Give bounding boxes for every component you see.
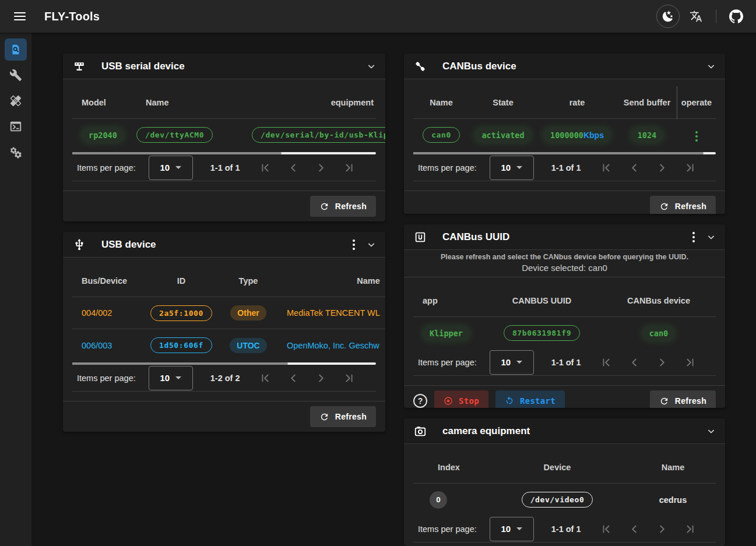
first-page-button[interactable] xyxy=(600,523,613,536)
canbus-uuid-card: CANBus UUID Please refresh and select th… xyxy=(404,224,725,408)
main-content: USB serial device Model Name equipment r… xyxy=(31,33,756,546)
chevron-down-icon[interactable] xyxy=(365,239,377,251)
chevron-down-icon[interactable] xyxy=(705,231,717,243)
next-page-button[interactable] xyxy=(315,372,328,385)
device-selected-text: Device selected: can0 xyxy=(410,263,719,273)
table-header-row: Name State rate Send buffer operate xyxy=(413,86,716,119)
camera-name-cell: cedrus xyxy=(630,495,716,505)
sidebar-item-device-query[interactable] xyxy=(5,38,27,61)
refresh-button[interactable]: Refresh xyxy=(650,196,716,214)
usb-device-card-header: USB device xyxy=(63,232,385,258)
card-menu-button[interactable] xyxy=(350,237,357,252)
table-row: Klipper 87b0631981f9 can0 xyxy=(413,317,716,349)
usb-device-card: USB device Bus/Device ID Type Name 004/0… xyxy=(63,232,385,432)
items-per-page-select[interactable]: 10 xyxy=(490,517,534,541)
sidebar-item-repair[interactable] xyxy=(5,90,27,112)
column-header: CANBUS UUID xyxy=(482,296,602,305)
card-menu-button[interactable] xyxy=(690,230,697,245)
column-header: Name xyxy=(630,463,716,472)
paginator: Items per page: 10 1-2 of 2 xyxy=(72,365,376,392)
prev-page-button[interactable] xyxy=(628,161,641,174)
chevron-down-icon[interactable] xyxy=(705,61,717,72)
items-per-page-label: Items per page: xyxy=(418,524,477,534)
stop-button[interactable]: Stop xyxy=(434,390,488,408)
index-badge: 0 xyxy=(430,491,447,509)
file-search-icon xyxy=(9,43,22,56)
first-page-button[interactable] xyxy=(600,356,613,369)
canbus-device-card: CANBus device Name State rate Send buffe… xyxy=(404,54,725,214)
bus-device-cell: 004/002 xyxy=(72,308,141,318)
table-header-row: app CANBUS UUID CANBus device xyxy=(413,284,716,317)
rate-chip: 1000000Kbps xyxy=(543,128,611,143)
prev-page-button[interactable] xyxy=(287,161,300,174)
video-device-pill: /dev/video0 xyxy=(522,492,593,508)
items-per-page-label: Items per page: xyxy=(77,163,136,172)
last-page-button[interactable] xyxy=(684,356,697,369)
card-title: CANBus device xyxy=(442,61,516,72)
next-page-button[interactable] xyxy=(656,161,669,174)
refresh-button[interactable]: Refresh xyxy=(650,390,716,408)
bandage-icon xyxy=(9,94,22,107)
paginator: Items per page: 10 1-1 of 1 xyxy=(413,516,716,543)
first-page-button[interactable] xyxy=(259,372,272,385)
first-page-button[interactable] xyxy=(259,161,272,174)
refresh-button[interactable]: Refresh xyxy=(310,406,376,427)
app-chip: Klipper xyxy=(423,326,470,341)
app-title: FLY-Tools xyxy=(44,10,100,23)
next-page-button[interactable] xyxy=(656,523,669,536)
items-per-page-label: Items per page: xyxy=(418,358,477,367)
column-header: ID xyxy=(141,276,221,286)
chevron-down-icon[interactable] xyxy=(705,425,717,437)
sidebar-item-tools[interactable] xyxy=(5,64,27,86)
hamburger-icon xyxy=(14,12,26,20)
items-per-page-label: Items per page: xyxy=(77,374,136,383)
sidebar-item-terminal[interactable] xyxy=(5,115,27,138)
help-icon[interactable]: ? xyxy=(413,394,427,408)
usb-icon xyxy=(72,238,86,251)
github-button[interactable] xyxy=(725,5,748,28)
usb-id-pill: 1d50:606f xyxy=(150,337,212,353)
refresh-icon xyxy=(319,202,329,212)
row-menu-button[interactable] xyxy=(693,129,700,144)
last-page-button[interactable] xyxy=(343,161,356,174)
items-per-page-select[interactable]: 10 xyxy=(149,156,193,180)
column-header: app xyxy=(413,296,482,305)
caret-down-icon xyxy=(175,166,181,169)
horizontal-scrollbar[interactable] xyxy=(413,152,716,154)
first-page-button[interactable] xyxy=(600,161,613,174)
page-range: 1-1 of 1 xyxy=(551,524,581,534)
camera-card-header: camera equipment xyxy=(404,418,725,444)
language-button[interactable] xyxy=(684,5,708,28)
column-header: Send buffer xyxy=(617,97,677,108)
menu-button[interactable] xyxy=(8,5,31,28)
column-header: equipment xyxy=(241,98,376,107)
column-header: Index xyxy=(413,463,484,472)
refresh-icon xyxy=(319,412,329,422)
prev-page-button[interactable] xyxy=(628,523,641,536)
next-page-button[interactable] xyxy=(315,161,328,174)
table-row: 006/003 1d50:606f UTOC OpenMoko, Inc. Ge… xyxy=(72,329,385,361)
sidebar xyxy=(0,33,31,546)
items-per-page-select[interactable]: 10 xyxy=(149,366,193,390)
last-page-button[interactable] xyxy=(343,372,356,385)
canbus-uuid-card-header: CANBus UUID xyxy=(404,224,725,250)
chevron-down-icon[interactable] xyxy=(365,61,377,72)
sidebar-item-settings[interactable] xyxy=(5,141,27,163)
prev-page-button[interactable] xyxy=(628,356,641,369)
table-row: 004/002 2a5f:1000 Other MediaTek TENCENT… xyxy=(72,297,385,329)
refresh-button[interactable]: Refresh xyxy=(310,196,376,217)
items-per-page-select[interactable]: 10 xyxy=(490,350,534,375)
prev-page-button[interactable] xyxy=(287,372,300,385)
translate-icon xyxy=(690,10,702,23)
refresh-icon xyxy=(659,396,669,406)
column-header: CANBus device xyxy=(602,296,716,305)
last-page-button[interactable] xyxy=(684,523,697,536)
column-header: Type xyxy=(221,276,275,286)
restart-button[interactable]: Restart xyxy=(495,390,565,408)
items-per-page-select[interactable]: 10 xyxy=(490,156,534,180)
paginator: Items per page: 10 1-1 of 1 xyxy=(413,154,716,181)
next-page-button[interactable] xyxy=(656,356,669,369)
can-name-pill: can0 xyxy=(423,127,460,143)
last-page-button[interactable] xyxy=(684,161,697,174)
theme-toggle-button[interactable] xyxy=(656,5,680,28)
